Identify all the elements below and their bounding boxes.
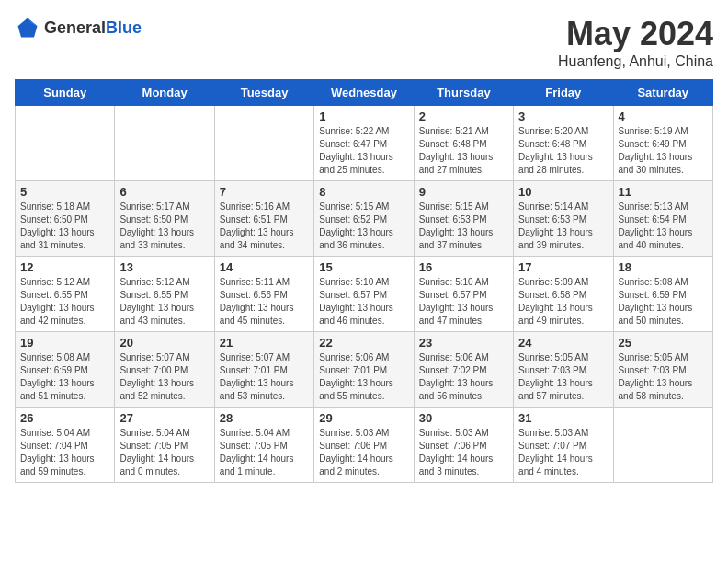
logo-text-general: General — [44, 18, 106, 37]
day-number: 25 — [619, 336, 708, 350]
day-number: 5 — [20, 185, 109, 199]
calendar-cell: 30Sunrise: 5:03 AMSunset: 7:06 PMDayligh… — [414, 408, 513, 483]
day-number: 2 — [419, 109, 508, 123]
calendar-cell — [214, 106, 313, 181]
calendar-cell: 7Sunrise: 5:16 AMSunset: 6:51 PMDaylight… — [214, 181, 313, 257]
day-number: 1 — [319, 109, 408, 123]
calendar: SundayMondayTuesdayWednesdayThursdayFrid… — [15, 79, 713, 483]
day-number: 26 — [20, 411, 109, 425]
calendar-cell: 8Sunrise: 5:15 AMSunset: 6:52 PMDaylight… — [314, 181, 414, 257]
day-info: Sunrise: 5:03 AMSunset: 7:06 PMDaylight:… — [319, 427, 408, 478]
day-info: Sunrise: 5:15 AMSunset: 6:52 PMDaylight:… — [319, 201, 408, 252]
calendar-cell: 12Sunrise: 5:12 AMSunset: 6:55 PMDayligh… — [16, 257, 115, 332]
day-number: 6 — [119, 185, 209, 199]
day-number: 28 — [220, 411, 309, 425]
day-number: 19 — [20, 336, 109, 350]
header-day-friday: Friday — [514, 80, 613, 106]
day-number: 22 — [319, 336, 408, 350]
day-number: 11 — [619, 185, 708, 199]
calendar-cell: 31Sunrise: 5:03 AMSunset: 7:07 PMDayligh… — [514, 408, 613, 483]
calendar-cell: 16Sunrise: 5:10 AMSunset: 6:57 PMDayligh… — [414, 257, 513, 332]
calendar-cell: 18Sunrise: 5:08 AMSunset: 6:59 PMDayligh… — [613, 257, 712, 332]
calendar-cell — [613, 408, 712, 483]
day-info: Sunrise: 5:03 AMSunset: 7:07 PMDaylight:… — [518, 427, 608, 478]
calendar-cell: 20Sunrise: 5:07 AMSunset: 7:00 PMDayligh… — [115, 332, 214, 408]
day-number: 12 — [20, 260, 109, 274]
day-info: Sunrise: 5:07 AMSunset: 7:01 PMDaylight:… — [220, 351, 309, 403]
calendar-header: SundayMondayTuesdayWednesdayThursdayFrid… — [16, 80, 713, 106]
day-info: Sunrise: 5:18 AMSunset: 6:50 PMDaylight:… — [20, 201, 109, 252]
calendar-cell: 25Sunrise: 5:05 AMSunset: 7:03 PMDayligh… — [613, 332, 712, 408]
day-info: Sunrise: 5:11 AMSunset: 6:56 PMDaylight:… — [220, 276, 309, 327]
logo-icon — [15, 15, 40, 40]
day-info: Sunrise: 5:15 AMSunset: 6:53 PMDaylight:… — [419, 201, 508, 252]
day-number: 4 — [619, 109, 708, 123]
calendar-cell: 13Sunrise: 5:12 AMSunset: 6:55 PMDayligh… — [115, 257, 214, 332]
title-block: May 2024 Huanfeng, Anhui, China — [558, 15, 713, 70]
calendar-cell: 22Sunrise: 5:06 AMSunset: 7:01 PMDayligh… — [314, 332, 414, 408]
calendar-cell — [16, 106, 115, 181]
calendar-cell: 17Sunrise: 5:09 AMSunset: 6:58 PMDayligh… — [514, 257, 613, 332]
header-row: SundayMondayTuesdayWednesdayThursdayFrid… — [16, 80, 713, 106]
day-number: 15 — [319, 260, 408, 274]
day-number: 17 — [518, 260, 608, 274]
calendar-cell: 1Sunrise: 5:22 AMSunset: 6:47 PMDaylight… — [314, 106, 414, 181]
header-day-sunday: Sunday — [16, 80, 115, 106]
week-row-2: 12Sunrise: 5:12 AMSunset: 6:55 PMDayligh… — [16, 257, 713, 332]
calendar-cell: 6Sunrise: 5:17 AMSunset: 6:50 PMDaylight… — [115, 181, 214, 257]
day-info: Sunrise: 5:05 AMSunset: 7:03 PMDaylight:… — [518, 351, 608, 403]
calendar-cell: 5Sunrise: 5:18 AMSunset: 6:50 PMDaylight… — [16, 181, 115, 257]
week-row-4: 26Sunrise: 5:04 AMSunset: 7:04 PMDayligh… — [16, 408, 713, 483]
calendar-cell: 9Sunrise: 5:15 AMSunset: 6:53 PMDaylight… — [414, 181, 513, 257]
calendar-cell: 15Sunrise: 5:10 AMSunset: 6:57 PMDayligh… — [314, 257, 414, 332]
day-info: Sunrise: 5:13 AMSunset: 6:54 PMDaylight:… — [619, 201, 708, 252]
day-number: 8 — [319, 185, 408, 199]
day-info: Sunrise: 5:09 AMSunset: 6:58 PMDaylight:… — [518, 276, 608, 327]
calendar-cell: 29Sunrise: 5:03 AMSunset: 7:06 PMDayligh… — [314, 408, 414, 483]
calendar-cell: 4Sunrise: 5:19 AMSunset: 6:49 PMDaylight… — [613, 106, 712, 181]
day-number: 24 — [518, 336, 608, 350]
day-info: Sunrise: 5:10 AMSunset: 6:57 PMDaylight:… — [419, 276, 508, 327]
main-title: May 2024 — [558, 15, 713, 53]
day-number: 14 — [220, 260, 309, 274]
calendar-cell: 28Sunrise: 5:04 AMSunset: 7:05 PMDayligh… — [214, 408, 313, 483]
day-info: Sunrise: 5:03 AMSunset: 7:06 PMDaylight:… — [419, 427, 508, 478]
calendar-cell: 19Sunrise: 5:08 AMSunset: 6:59 PMDayligh… — [16, 332, 115, 408]
day-number: 3 — [518, 109, 608, 123]
day-info: Sunrise: 5:22 AMSunset: 6:47 PMDaylight:… — [319, 125, 408, 177]
day-number: 20 — [119, 336, 209, 350]
day-info: Sunrise: 5:08 AMSunset: 6:59 PMDaylight:… — [20, 351, 109, 403]
day-number: 27 — [119, 411, 209, 425]
day-info: Sunrise: 5:17 AMSunset: 6:50 PMDaylight:… — [119, 201, 209, 252]
subtitle: Huanfeng, Anhui, China — [558, 53, 713, 70]
header-day-monday: Monday — [115, 80, 214, 106]
day-info: Sunrise: 5:08 AMSunset: 6:59 PMDaylight:… — [619, 276, 708, 327]
day-info: Sunrise: 5:12 AMSunset: 6:55 PMDaylight:… — [119, 276, 209, 327]
calendar-cell: 21Sunrise: 5:07 AMSunset: 7:01 PMDayligh… — [214, 332, 313, 408]
calendar-body: 1Sunrise: 5:22 AMSunset: 6:47 PMDaylight… — [16, 106, 713, 483]
day-info: Sunrise: 5:16 AMSunset: 6:51 PMDaylight:… — [220, 201, 309, 252]
day-info: Sunrise: 5:12 AMSunset: 6:55 PMDaylight:… — [20, 276, 109, 327]
calendar-cell: 2Sunrise: 5:21 AMSunset: 6:48 PMDaylight… — [414, 106, 513, 181]
header-day-wednesday: Wednesday — [314, 80, 414, 106]
calendar-cell: 11Sunrise: 5:13 AMSunset: 6:54 PMDayligh… — [613, 181, 712, 257]
day-number: 23 — [419, 336, 508, 350]
day-number: 9 — [419, 185, 508, 199]
day-info: Sunrise: 5:05 AMSunset: 7:03 PMDaylight:… — [619, 351, 708, 403]
calendar-cell: 14Sunrise: 5:11 AMSunset: 6:56 PMDayligh… — [214, 257, 313, 332]
day-number: 13 — [119, 260, 209, 274]
logo-text-blue: Blue — [106, 18, 142, 37]
day-number: 31 — [518, 411, 608, 425]
week-row-3: 19Sunrise: 5:08 AMSunset: 6:59 PMDayligh… — [16, 332, 713, 408]
day-info: Sunrise: 5:20 AMSunset: 6:48 PMDaylight:… — [518, 125, 608, 177]
calendar-cell: 3Sunrise: 5:20 AMSunset: 6:48 PMDaylight… — [514, 106, 613, 181]
day-number: 7 — [220, 185, 309, 199]
day-info: Sunrise: 5:19 AMSunset: 6:49 PMDaylight:… — [619, 125, 708, 177]
calendar-cell: 10Sunrise: 5:14 AMSunset: 6:53 PMDayligh… — [514, 181, 613, 257]
day-info: Sunrise: 5:06 AMSunset: 7:01 PMDaylight:… — [319, 351, 408, 403]
week-row-0: 1Sunrise: 5:22 AMSunset: 6:47 PMDaylight… — [16, 106, 713, 181]
week-row-1: 5Sunrise: 5:18 AMSunset: 6:50 PMDaylight… — [16, 181, 713, 257]
day-number: 21 — [220, 336, 309, 350]
svg-marker-0 — [18, 18, 38, 38]
header-day-tuesday: Tuesday — [214, 80, 313, 106]
